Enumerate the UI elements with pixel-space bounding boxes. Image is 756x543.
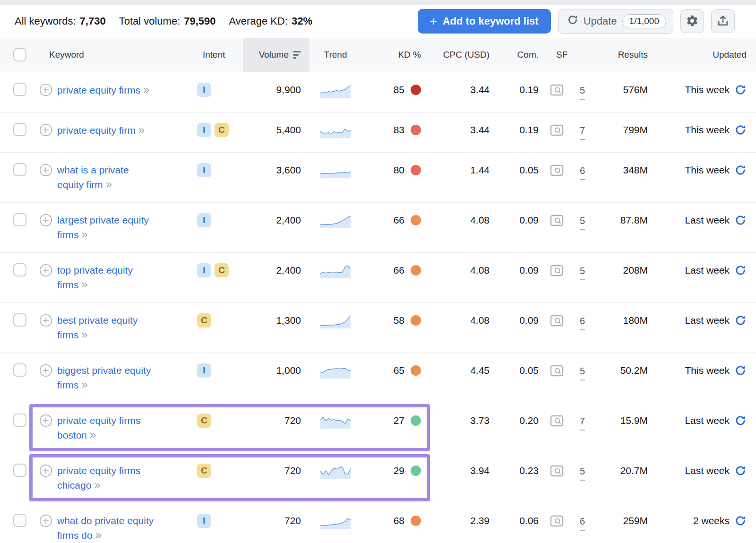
add-keyword-icon[interactable] bbox=[39, 364, 52, 392]
serp-features-icon[interactable] bbox=[550, 315, 564, 331]
row-checkbox[interactable] bbox=[13, 83, 26, 96]
kd-cell: 68 bbox=[361, 514, 428, 528]
keyword-link[interactable]: top private equity firms» bbox=[57, 263, 133, 292]
double-chevron-icon[interactable]: » bbox=[138, 123, 144, 136]
row-checkbox[interactable] bbox=[13, 163, 26, 176]
column-header-keyword[interactable]: Keyword bbox=[30, 38, 194, 72]
settings-button[interactable] bbox=[680, 9, 704, 33]
keyword-link[interactable]: private equity firms chicago» bbox=[57, 464, 140, 492]
keyword-link[interactable]: private equity firm» bbox=[57, 123, 144, 140]
double-chevron-icon[interactable]: » bbox=[82, 228, 87, 241]
keyword-link[interactable]: biggest private equity firms» bbox=[57, 363, 151, 392]
sf-count[interactable]: 5 bbox=[580, 214, 585, 230]
row-checkbox[interactable] bbox=[13, 363, 26, 377]
serp-features-icon[interactable] bbox=[550, 365, 564, 381]
update-button[interactable]: Update 1/1,000 bbox=[558, 9, 673, 34]
sf-count[interactable]: 5 bbox=[580, 464, 585, 481]
column-header-intent[interactable]: Intent bbox=[194, 38, 243, 72]
row-checkbox-cell bbox=[0, 363, 30, 377]
serp-features-icon[interactable] bbox=[550, 215, 564, 231]
toolbar-actions: + Add to keyword list Update 1/1,000 bbox=[418, 9, 735, 34]
serp-features-icon[interactable] bbox=[550, 415, 564, 431]
serp-features-icon[interactable] bbox=[550, 164, 564, 181]
results-cell: 15.9M bbox=[607, 414, 654, 428]
add-keyword-icon[interactable] bbox=[39, 164, 52, 192]
double-chevron-icon[interactable]: » bbox=[94, 478, 99, 491]
column-header-com[interactable]: Com. bbox=[494, 38, 543, 72]
serp-features-icon[interactable] bbox=[550, 465, 564, 481]
double-chevron-icon[interactable]: » bbox=[82, 278, 87, 291]
column-header-sf[interactable]: SF bbox=[543, 38, 607, 72]
trend-cell bbox=[309, 363, 361, 382]
column-header-updated[interactable]: Updated bbox=[654, 38, 756, 72]
sf-count[interactable]: 5 bbox=[580, 264, 585, 280]
refresh-keyword-icon[interactable] bbox=[734, 314, 747, 330]
volume-cell: 5,400 bbox=[243, 123, 309, 137]
add-to-keyword-list-button[interactable]: + Add to keyword list bbox=[418, 9, 551, 34]
keyword-link[interactable]: what do private equity firms do» bbox=[57, 514, 154, 543]
add-keyword-icon[interactable] bbox=[39, 314, 52, 342]
keyword-link[interactable]: private equity firms boston» bbox=[57, 414, 140, 442]
add-keyword-icon[interactable] bbox=[39, 264, 52, 292]
double-chevron-icon[interactable]: » bbox=[95, 528, 101, 541]
keyword-link[interactable]: best private equity firms» bbox=[57, 313, 137, 342]
refresh-keyword-icon[interactable] bbox=[734, 515, 747, 531]
export-button[interactable] bbox=[711, 9, 735, 33]
keyword-link[interactable]: private equity firms» bbox=[57, 83, 149, 100]
add-keyword-icon[interactable] bbox=[39, 464, 52, 492]
add-keyword-icon[interactable] bbox=[39, 214, 52, 242]
refresh-keyword-icon[interactable] bbox=[734, 84, 747, 100]
sf-divider bbox=[572, 311, 572, 329]
refresh-keyword-icon[interactable] bbox=[734, 465, 747, 481]
sf-count[interactable]: 5 bbox=[580, 364, 585, 380]
column-header-results[interactable]: Results bbox=[607, 38, 654, 72]
row-checkbox-cell bbox=[0, 163, 30, 176]
double-chevron-icon[interactable]: » bbox=[90, 428, 95, 441]
serp-features-icon[interactable] bbox=[550, 515, 564, 531]
volume-cell: 9,900 bbox=[243, 83, 309, 97]
double-chevron-icon[interactable]: » bbox=[82, 328, 87, 341]
serp-features-icon[interactable] bbox=[550, 124, 564, 140]
cpc-cell: 3.94 bbox=[428, 464, 494, 478]
sf-count[interactable]: 7 bbox=[580, 414, 585, 431]
row-checkbox[interactable] bbox=[13, 213, 26, 226]
volume-cell: 1,300 bbox=[243, 313, 309, 328]
refresh-keyword-icon[interactable] bbox=[734, 164, 747, 180]
add-keyword-icon[interactable] bbox=[39, 514, 52, 543]
refresh-keyword-icon[interactable] bbox=[734, 214, 747, 230]
select-all-checkbox[interactable] bbox=[13, 48, 26, 61]
row-checkbox[interactable] bbox=[13, 464, 26, 477]
row-checkbox[interactable] bbox=[13, 263, 26, 276]
row-checkbox[interactable] bbox=[13, 414, 26, 427]
trend-cell bbox=[309, 464, 361, 483]
double-chevron-icon[interactable]: » bbox=[106, 178, 111, 190]
keyword-link[interactable]: what is a private equity firm» bbox=[57, 163, 129, 192]
column-header-trend[interactable]: Trend bbox=[309, 38, 361, 72]
serp-features-icon[interactable] bbox=[550, 84, 564, 100]
column-header-kd[interactable]: KD % bbox=[361, 38, 428, 72]
sf-count[interactable]: 6 bbox=[580, 314, 585, 330]
serp-features-icon[interactable] bbox=[550, 265, 564, 281]
add-keyword-icon[interactable] bbox=[39, 414, 52, 442]
refresh-keyword-icon[interactable] bbox=[734, 124, 747, 140]
row-checkbox[interactable] bbox=[13, 313, 26, 327]
sf-cell: 6 bbox=[543, 514, 607, 531]
add-keyword-icon[interactable] bbox=[39, 123, 52, 140]
keyword-text: private equity firm bbox=[57, 125, 136, 136]
refresh-keyword-icon[interactable] bbox=[734, 364, 747, 380]
double-chevron-icon[interactable]: » bbox=[143, 83, 148, 96]
refresh-keyword-icon[interactable] bbox=[734, 414, 747, 431]
sf-count[interactable]: 6 bbox=[580, 164, 585, 180]
add-keyword-icon[interactable] bbox=[39, 83, 52, 100]
row-checkbox[interactable] bbox=[13, 123, 26, 136]
refresh-keyword-icon[interactable] bbox=[734, 264, 747, 280]
sf-count[interactable]: 7 bbox=[580, 123, 585, 140]
sf-divider bbox=[572, 81, 572, 99]
row-checkbox[interactable] bbox=[13, 514, 26, 527]
sf-count[interactable]: 6 bbox=[580, 514, 585, 531]
column-header-volume[interactable]: Volume bbox=[243, 38, 309, 72]
column-header-cpc[interactable]: CPC (USD) bbox=[428, 38, 494, 72]
double-chevron-icon[interactable]: » bbox=[82, 378, 87, 391]
keyword-link[interactable]: largest private equity firms» bbox=[57, 213, 149, 242]
sf-count[interactable]: 5 bbox=[580, 83, 585, 100]
